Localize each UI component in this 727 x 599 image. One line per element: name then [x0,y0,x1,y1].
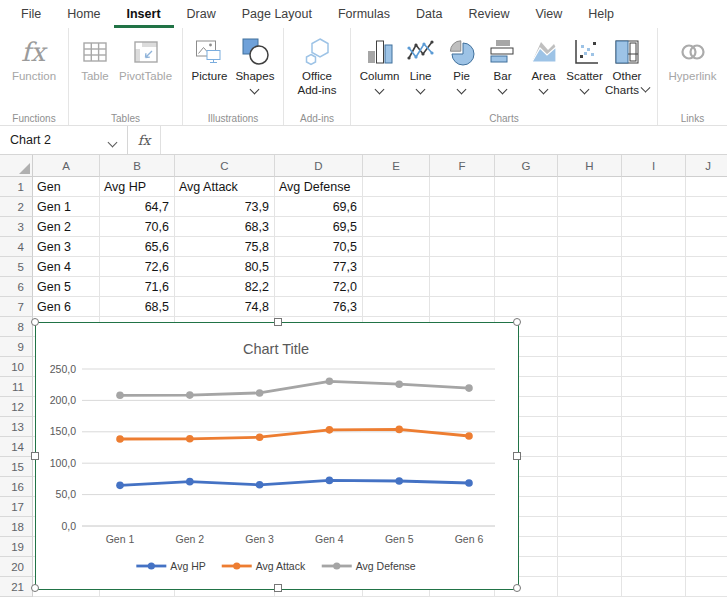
cell-A6[interactable]: Gen 5 [33,277,100,297]
cell-H12[interactable] [558,397,622,417]
cell-I9[interactable] [622,337,686,357]
tab-draw[interactable]: Draw [174,0,229,28]
cell-J12[interactable] [686,397,727,417]
cell-I6[interactable] [622,277,686,297]
series-marker-avg-hp[interactable] [395,477,403,485]
cell-B3[interactable]: 70,6 [100,217,175,237]
cell-C3[interactable]: 68,3 [175,217,275,237]
cell-E5[interactable] [363,257,430,277]
cell-H13[interactable] [558,417,622,437]
series-marker-avg-defense[interactable] [326,378,334,386]
cell-J1[interactable] [686,177,727,197]
series-marker-avg-hp[interactable] [256,481,264,489]
series-marker-avg-attack[interactable] [256,433,264,441]
cell-B5[interactable]: 72,6 [100,257,175,277]
column-header-H[interactable]: H [558,155,622,177]
cell-J11[interactable] [686,377,727,397]
column-header-I[interactable]: I [622,155,686,177]
cell-I12[interactable] [622,397,686,417]
chart-resize-handle-top-center[interactable] [274,318,282,326]
tab-formulas[interactable]: Formulas [325,0,403,28]
series-marker-avg-hp[interactable] [326,477,334,485]
column-header-B[interactable]: B [100,155,175,177]
cell-E1[interactable] [363,177,430,197]
tab-data[interactable]: Data [403,0,455,28]
legend-label-avg-hp[interactable]: Avg HP [170,560,205,572]
cell-E3[interactable] [363,217,430,237]
column-header-C[interactable]: C [175,155,275,177]
tab-view[interactable]: View [522,0,575,28]
column-header-J[interactable]: J [686,155,727,177]
legend-label-avg-defense[interactable]: Avg Defense [356,560,416,572]
cell-D4[interactable]: 70,5 [275,237,363,257]
legend-glyph-marker-avg-hp[interactable] [148,562,155,569]
chart-canvas[interactable]: Chart Title0,050,0100,0150,0200,0250,0Ge… [36,323,517,588]
picture-button[interactable]: Picture [188,33,232,87]
cell-H19[interactable] [558,537,622,557]
series-line-avg-attack[interactable] [120,429,469,439]
cell-I21[interactable] [622,577,686,597]
cell-H21[interactable] [558,577,622,597]
row-header-17[interactable]: 17 [0,497,33,517]
row-header-13[interactable]: 13 [0,417,33,437]
cell-J19[interactable] [686,537,727,557]
cell-E4[interactable] [363,237,430,257]
series-marker-avg-hp[interactable] [116,482,124,490]
cell-F3[interactable] [430,217,495,237]
cell-F1[interactable] [430,177,495,197]
series-marker-avg-attack[interactable] [395,426,403,434]
cell-J13[interactable] [686,417,727,437]
series-marker-avg-defense[interactable] [465,384,473,392]
cell-J7[interactable] [686,297,727,317]
tab-review[interactable]: Review [455,0,522,28]
cell-C7[interactable]: 74,8 [175,297,275,317]
cell-H8[interactable] [558,317,622,337]
legend-glyph-marker-avg-attack[interactable] [233,562,240,569]
row-header-6[interactable]: 6 [0,277,33,297]
chart-resize-handle-bottom-center[interactable] [274,584,282,592]
cell-J14[interactable] [686,437,727,457]
row-header-20[interactable]: 20 [0,557,33,577]
series-marker-avg-hp[interactable] [465,479,473,487]
cell-D6[interactable]: 72,0 [275,277,363,297]
bar-chart-button[interactable]: Bar [482,33,523,96]
row-header-11[interactable]: 11 [0,377,33,397]
cell-C1[interactable]: Avg Attack [175,177,275,197]
cell-J5[interactable] [686,257,727,277]
cell-I3[interactable] [622,217,686,237]
office-addins-button[interactable]: Office Add-ins [294,33,341,101]
cell-I4[interactable] [622,237,686,257]
series-marker-avg-attack[interactable] [186,435,194,443]
cell-D3[interactable]: 69,5 [275,217,363,237]
cell-J15[interactable] [686,457,727,477]
cell-J3[interactable] [686,217,727,237]
cell-A5[interactable]: Gen 4 [33,257,100,277]
row-header-10[interactable]: 10 [0,357,33,377]
cell-I20[interactable] [622,557,686,577]
row-header-21[interactable]: 21 [0,577,33,597]
cell-G5[interactable] [495,257,558,277]
cell-B1[interactable]: Avg HP [100,177,175,197]
scatter-chart-button[interactable]: Scatter [564,33,605,96]
row-header-1[interactable]: 1 [0,177,33,197]
series-line-avg-hp[interactable] [120,480,469,485]
cell-D2[interactable]: 69,6 [275,197,363,217]
cell-G4[interactable] [495,237,558,257]
embedded-chart[interactable]: Chart Title0,050,0100,0150,0200,0250,0Ge… [35,322,519,590]
cell-I13[interactable] [622,417,686,437]
cell-F2[interactable] [430,197,495,217]
cell-I14[interactable] [622,437,686,457]
series-marker-avg-defense[interactable] [395,380,403,388]
cell-J17[interactable] [686,497,727,517]
chart-title[interactable]: Chart Title [243,341,309,357]
cell-B7[interactable]: 68,5 [100,297,175,317]
cell-I10[interactable] [622,357,686,377]
tab-insert[interactable]: Insert [114,0,174,28]
cell-B4[interactable]: 65,6 [100,237,175,257]
cell-D1[interactable]: Avg Defense [275,177,363,197]
row-header-12[interactable]: 12 [0,397,33,417]
chart-resize-handle-top-right[interactable] [513,318,521,326]
series-marker-avg-attack[interactable] [116,435,124,443]
cell-H6[interactable] [558,277,622,297]
cell-J21[interactable] [686,577,727,597]
